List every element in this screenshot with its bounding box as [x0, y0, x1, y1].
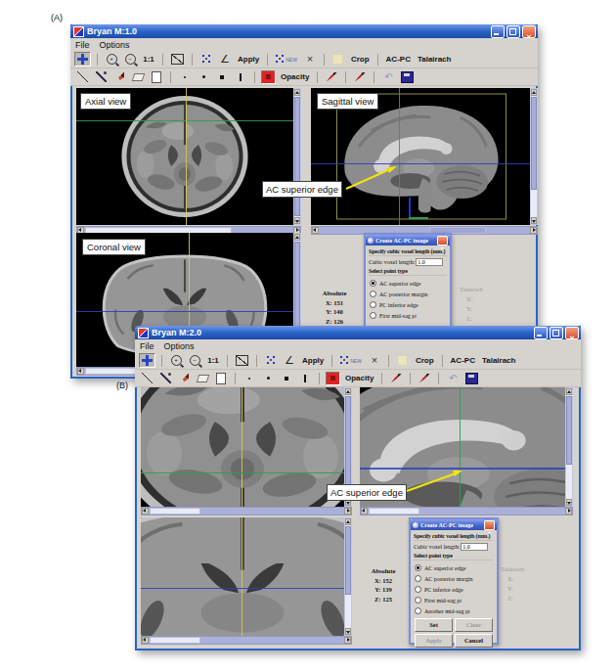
dialog-title-bar[interactable]: Create AC-PC image ×: [366, 235, 450, 246]
brush-size-1-button[interactable]: [242, 371, 257, 385]
apply-button[interactable]: Apply: [415, 634, 453, 648]
talairach-button[interactable]: Talairach: [416, 52, 454, 67]
marker-fill-button[interactable]: [417, 371, 432, 385]
scroll-thumb[interactable]: [369, 508, 419, 515]
eraser-button[interactable]: [195, 371, 210, 385]
brush-size-4-button[interactable]: [297, 371, 313, 385]
scroll-thumb[interactable]: [150, 637, 200, 644]
scroll-thumb[interactable]: [531, 97, 537, 190]
region-box-button[interactable]: [169, 52, 186, 67]
paint-brush-button[interactable]: [111, 69, 127, 84]
sagittal-horizontal-scrollbar[interactable]: [360, 507, 573, 515]
title-bar[interactable]: Bryan M:2.0 ×: [135, 326, 581, 339]
menu-file[interactable]: File: [75, 40, 90, 50]
eraser-button[interactable]: [130, 69, 146, 84]
apply-button[interactable]: Apply: [236, 52, 261, 67]
scroll-down-button[interactable]: [531, 217, 537, 224]
scroll-thumb[interactable]: [345, 396, 351, 498]
draw-line-button[interactable]: [139, 371, 154, 385]
brush-size-2-button[interactable]: [260, 371, 276, 385]
palette-button[interactable]: [463, 371, 480, 385]
scroll-up-button[interactable]: [566, 388, 572, 395]
brush-size-1-button[interactable]: [177, 69, 193, 84]
menu-file[interactable]: File: [140, 341, 154, 351]
scroll-left-button[interactable]: [77, 368, 84, 375]
new-landmark-button[interactable]: NEW: [274, 52, 299, 67]
sagittal-view-panel[interactable]: Sagittal view: [311, 88, 530, 225]
delete-landmark-button[interactable]: ×: [367, 353, 382, 368]
opacity-button[interactable]: Opacity: [343, 371, 375, 385]
landmark-tool-button[interactable]: [198, 52, 214, 67]
close-button[interactable]: ×: [522, 25, 536, 38]
angle-tool-button[interactable]: ∠: [217, 52, 233, 67]
scroll-thumb[interactable]: [345, 526, 351, 595]
move-tool-button[interactable]: [139, 353, 155, 368]
scroll-up-button[interactable]: [294, 89, 300, 96]
title-bar[interactable]: Bryan M:1.0 ×: [70, 24, 538, 38]
radio-pc-inferior-edge[interactable]: PC inferior edge: [370, 301, 446, 308]
zoom-in-button[interactable]: +: [168, 353, 184, 368]
eyedropper-button[interactable]: [93, 69, 109, 84]
axial-horizontal-scrollbar[interactable]: [141, 507, 352, 515]
maximize-button[interactable]: [506, 25, 520, 38]
scroll-right-button[interactable]: [530, 227, 537, 234]
undo-button[interactable]: ↶: [380, 69, 396, 84]
radio-ac-superior-edge[interactable]: AC superior edge: [415, 564, 493, 571]
scroll-left-button[interactable]: [142, 637, 149, 644]
crop-button[interactable]: Crop: [349, 52, 372, 67]
scroll-right-button[interactable]: [344, 508, 351, 515]
set-button[interactable]: Set: [415, 618, 453, 632]
new-landmark-button[interactable]: NEW: [338, 353, 364, 368]
zoom-in-button[interactable]: +: [104, 52, 119, 67]
paint-brush-button[interactable]: [176, 371, 192, 385]
scroll-left-button[interactable]: [312, 227, 319, 234]
coronal-view-panel[interactable]: [141, 517, 344, 636]
move-tool-button[interactable]: [74, 52, 91, 67]
draw-line-button[interactable]: [74, 69, 90, 84]
scroll-down-button[interactable]: [345, 628, 351, 635]
brush-size-4-button[interactable]: [233, 69, 248, 84]
coronal-horizontal-scrollbar[interactable]: [141, 636, 352, 645]
menu-options[interactable]: Options: [164, 341, 195, 351]
delete-landmark-button[interactable]: ×: [302, 52, 318, 67]
marker-red-button[interactable]: [324, 69, 339, 84]
scroll-up-button[interactable]: [531, 89, 537, 96]
landmark-tool-button[interactable]: [263, 353, 279, 368]
scroll-thumb[interactable]: [150, 508, 200, 515]
zoom-out-button[interactable]: −: [187, 353, 202, 368]
scroll-left-button[interactable]: [142, 508, 149, 515]
radio-ac-posterior-margin[interactable]: AC posterior margin: [370, 291, 446, 297]
minimize-button[interactable]: [534, 327, 548, 339]
undo-button[interactable]: ↶: [445, 371, 461, 385]
angle-tool-button[interactable]: ∠: [282, 353, 297, 368]
axial-vertical-scrollbar[interactable]: [293, 88, 301, 225]
cancel-button[interactable]: Cancel: [455, 634, 493, 648]
region-box-button[interactable]: [234, 353, 250, 368]
brush-size-3-button[interactable]: [214, 69, 230, 84]
opacity-button[interactable]: Opacity: [279, 69, 311, 84]
color-swatch-button[interactable]: [261, 70, 276, 84]
scroll-up-button[interactable]: [345, 518, 351, 525]
voxel-length-input[interactable]: [461, 543, 488, 551]
maximize-button[interactable]: [550, 327, 563, 339]
voxel-length-input[interactable]: [416, 258, 443, 266]
acpc-button[interactable]: AC-PC: [449, 353, 477, 368]
scroll-left-button[interactable]: [361, 508, 368, 515]
axial-view-panel[interactable]: [141, 387, 344, 507]
scroll-up-button[interactable]: [294, 234, 300, 241]
zoom-actual-size-button[interactable]: 1:1: [141, 52, 156, 67]
scroll-up-button[interactable]: [345, 388, 351, 395]
sagittal-vertical-scrollbar[interactable]: [530, 88, 538, 225]
sagittal-vertical-scrollbar[interactable]: [565, 387, 573, 507]
talairach-button[interactable]: Talairach: [480, 353, 518, 368]
radio-another-mid-sag-pt[interactable]: Another mid-sag pt: [415, 607, 493, 614]
coronal-vertical-scrollbar[interactable]: [344, 517, 352, 636]
zoom-out-button[interactable]: −: [122, 52, 138, 67]
scroll-thumb[interactable]: [294, 97, 300, 216]
brush-size-2-button[interactable]: [196, 69, 211, 84]
eyedropper-button[interactable]: [157, 371, 173, 385]
menu-options[interactable]: Options: [100, 40, 130, 50]
crop-region-button[interactable]: [395, 353, 411, 368]
new-page-button[interactable]: [213, 371, 229, 385]
apply-button[interactable]: Apply: [300, 353, 326, 368]
